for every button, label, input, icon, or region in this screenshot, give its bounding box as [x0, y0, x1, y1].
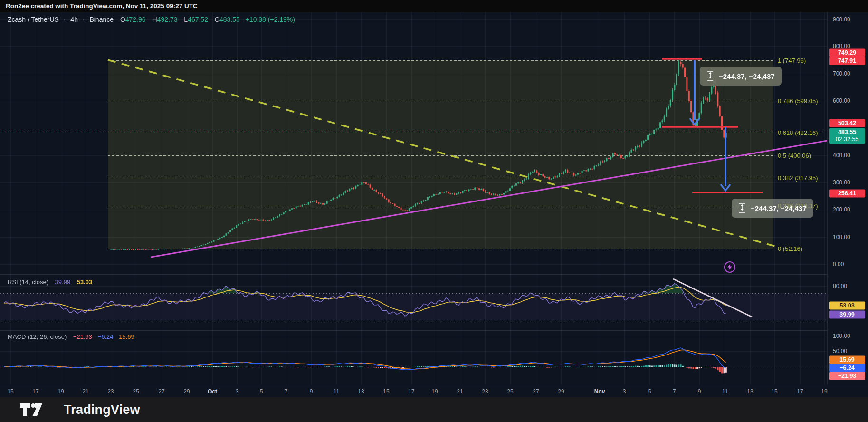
time-label: 23 [107, 388, 114, 395]
price-label: 256.41 [829, 190, 865, 198]
tradingview-logo-icon[interactable] [19, 402, 44, 418]
time-label: 21 [82, 388, 88, 395]
change-value: +10.38 (+2.19%) [246, 16, 295, 23]
rsi-value: 39.99 [55, 278, 71, 286]
rsi-pane-header[interactable]: RSI (14, close) 39.99 53.03 [8, 278, 92, 286]
time-label: 19 [57, 388, 64, 395]
time-label: 11 [722, 388, 728, 395]
time-label: 17 [797, 388, 803, 395]
exchange-label: Binance [89, 16, 114, 23]
tradingview-brand-text[interactable]: TradingView [64, 403, 140, 417]
macd-signal-value: 15.69 [119, 333, 134, 340]
time-label: 27 [533, 388, 539, 395]
time-label: 13 [358, 388, 364, 395]
time-label: 9 [310, 388, 313, 395]
separator-dot: · [83, 16, 85, 23]
lightning-marker-button[interactable] [724, 261, 735, 273]
footer-bar: TradingView [0, 397, 868, 422]
time-label: 7 [285, 388, 288, 395]
separator-dot: · [64, 16, 66, 23]
axis-tick: 700.00 [833, 70, 850, 77]
macd-pane-header[interactable]: MACD (12, 26, close) −21.93 −6.24 15.69 [8, 333, 134, 340]
time-label: 23 [482, 388, 488, 395]
rsi-ma-value: 53.03 [77, 278, 93, 286]
time-label: 13 [747, 388, 753, 395]
axis-tick: 80.00 [833, 283, 847, 289]
high-value: 492.73 [157, 16, 178, 23]
low-label: L [184, 16, 188, 23]
macd-hist-value: −21.93 [73, 333, 92, 340]
time-label: 25 [507, 388, 513, 395]
price-label: 15.69 [829, 356, 865, 364]
chart-canvas[interactable] [0, 0, 827, 385]
time-label: 5 [260, 388, 263, 395]
price-label: 747.91 [829, 57, 865, 65]
measure-tooltip-bottom: −244.37, −24,437 [732, 199, 813, 218]
measure-tooltip-top: −244.37, −24,437 [700, 67, 782, 86]
time-label: Oct [208, 388, 217, 395]
fib-level-label: 0.618 (482.16) [778, 129, 818, 136]
price-label: −6.24 [829, 364, 865, 372]
axis-tick: 900.00 [833, 16, 850, 23]
fib-level-label: 1 (747.96) [778, 57, 806, 64]
time-label: 3 [623, 388, 626, 395]
price-label: 503.42 [829, 119, 865, 127]
time-label: Nov [594, 388, 605, 395]
time-label: 9 [698, 388, 701, 395]
measure-value: −244.37, −24,437 [751, 204, 807, 212]
time-label: 29 [558, 388, 564, 395]
time-label: 19 [431, 388, 438, 395]
time-label: 29 [183, 388, 190, 395]
time-label: 11 [334, 388, 339, 395]
open-value: 472.96 [125, 16, 146, 23]
axis-tick: 200.00 [833, 206, 850, 213]
symbol-info-row[interactable]: Zcash / TetherUS · 4h · Binance O472.96 … [8, 16, 295, 24]
macd-title[interactable]: MACD (12, 26, close) [8, 333, 67, 340]
measure-value: −244.37, −24,437 [719, 72, 775, 80]
axis-tick: 100.00 [833, 234, 850, 240]
macd-line-value: −6.24 [98, 333, 114, 340]
attribution-text: Ron2ee created with TradingView.com, Nov… [6, 2, 198, 10]
open-label: O [120, 16, 125, 23]
time-label: 27 [158, 388, 164, 395]
time-label: 3 [236, 388, 239, 395]
time-label: 19 [821, 388, 827, 395]
time-label: 15 [7, 388, 13, 395]
time-label: 17 [32, 388, 38, 395]
high-label: H [152, 16, 157, 23]
axis-tick: 300.00 [833, 179, 850, 186]
fib-level-label: 0.382 (317.95) [778, 174, 818, 182]
time-label: 17 [408, 388, 414, 395]
axis-tick: 400.00 [833, 152, 850, 159]
rsi-title[interactable]: RSI (14, close) [8, 278, 48, 286]
time-label: 7 [673, 388, 676, 395]
attribution-bar: Ron2ee created with TradingView.com, Nov… [0, 0, 868, 12]
price-range-icon [706, 71, 714, 81]
time-axis[interactable]: 1517192123252729Oct357911131517192123252… [0, 385, 868, 398]
price-label: 749.29 [829, 49, 865, 57]
fib-level-label: 0.5 (400.06) [778, 152, 811, 159]
time-label: 21 [457, 388, 463, 395]
fib-level-label: 0 (52.16) [778, 245, 802, 252]
interval-label[interactable]: 4h [70, 16, 78, 23]
tradingview-chart-app: { "topbar": {"text": "Ron2ee created wit… [0, 0, 868, 422]
time-label: 25 [133, 388, 139, 395]
price-range-icon [738, 203, 746, 213]
axis-tick: 50.00 [833, 348, 847, 355]
close-value: 483.55 [219, 16, 240, 23]
close-label: C [215, 16, 219, 23]
price-label: 39.99 [829, 311, 865, 319]
time-label: 15 [383, 388, 389, 395]
price-label: −21.93 [829, 372, 865, 380]
time-label: 15 [771, 388, 777, 395]
price-label: 483.5502:32:55 [829, 128, 865, 144]
fib-level-label: 0.786 (599.05) [778, 97, 818, 105]
price-axis[interactable]: 900.00800.00700.00600.00400.00300.00200.… [827, 12, 868, 385]
price-label: 53.03 [829, 302, 865, 310]
axis-tick: 0.00 [833, 261, 844, 268]
time-label: 5 [648, 388, 651, 395]
low-value: 467.52 [188, 16, 208, 23]
symbol-name[interactable]: Zcash / TetherUS [8, 16, 59, 23]
lightning-icon [727, 264, 733, 270]
axis-tick: 600.00 [833, 97, 850, 104]
